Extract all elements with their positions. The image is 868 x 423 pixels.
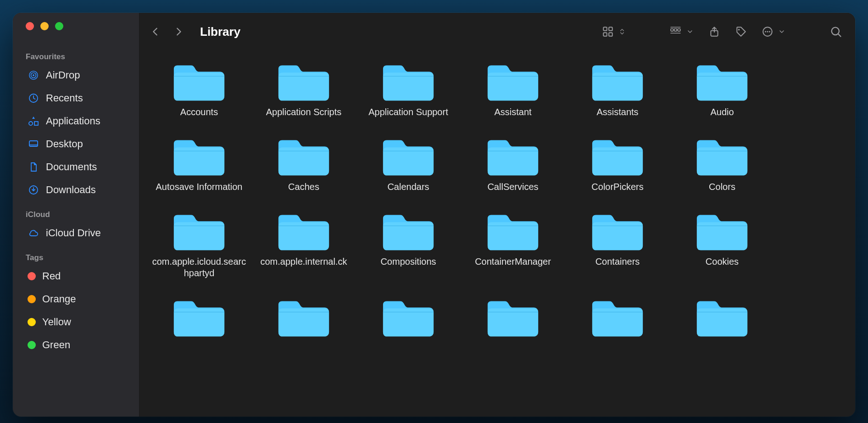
- folder-item[interactable]: Audio: [672, 55, 773, 118]
- folder-item[interactable]: Cookies: [672, 205, 773, 279]
- sidebar-item-recents[interactable]: Recents: [17, 87, 135, 109]
- folder-label: Cookies: [706, 256, 739, 267]
- folder-label: Colors: [709, 181, 735, 193]
- folder-item[interactable]: [462, 291, 563, 342]
- folder-label: Containers: [595, 256, 640, 267]
- actions-menu-button[interactable]: [760, 24, 787, 39]
- sidebar-item-label: AirDrop: [46, 69, 80, 81]
- folder-label: com.apple.internal.ck: [261, 256, 347, 267]
- sidebar-item-icloud-drive[interactable]: iCloud Drive: [17, 222, 135, 244]
- folder-item[interactable]: Colors: [672, 130, 773, 193]
- tag-dot-icon: [28, 272, 36, 280]
- download-icon: [28, 184, 39, 196]
- share-button[interactable]: [707, 24, 722, 39]
- folder-label: CallServices: [487, 181, 538, 193]
- folder-item[interactable]: [253, 291, 354, 342]
- folder-icon: [590, 133, 645, 178]
- main-area: Library AccountsApplicat: [139, 13, 855, 417]
- folder-item[interactable]: Application Scripts: [253, 55, 354, 118]
- folder-label: ContainerManager: [475, 256, 551, 267]
- minimize-button[interactable]: [40, 22, 49, 30]
- forward-button[interactable]: [173, 25, 184, 39]
- sidebar-item-label: Documents: [46, 161, 97, 173]
- sidebar-item-label: Red: [42, 270, 61, 282]
- search-button[interactable]: [828, 23, 844, 40]
- maximize-button[interactable]: [55, 22, 63, 30]
- back-button[interactable]: [150, 25, 161, 39]
- sidebar-item-label: Desktop: [46, 138, 83, 150]
- sidebar-tag-red[interactable]: Red: [17, 265, 135, 287]
- sidebar-item-downloads[interactable]: Downloads: [17, 179, 135, 201]
- folder-item[interactable]: [358, 291, 459, 342]
- folder-icon: [380, 207, 436, 253]
- folder-label: com.apple.icloud.searchpartyd: [151, 256, 247, 279]
- folder-icon: [171, 294, 227, 340]
- folder-label: Autosave Information: [156, 181, 243, 193]
- folder-item[interactable]: CallServices: [462, 130, 563, 193]
- folder-label: Calendars: [387, 181, 429, 193]
- sidebar-item-label: Green: [42, 339, 70, 351]
- folder-item[interactable]: com.apple.internal.ck: [253, 205, 354, 279]
- folder-icon: [171, 207, 227, 253]
- sidebar-item-label: Recents: [46, 92, 83, 104]
- folder-item[interactable]: Containers: [567, 205, 668, 279]
- grid-view-icon: [600, 24, 616, 39]
- folder-item[interactable]: Assistant: [462, 55, 563, 118]
- sidebar-item-label: iCloud Drive: [46, 227, 101, 239]
- folder-grid: AccountsApplication ScriptsApplication S…: [149, 55, 846, 342]
- finder-window: Favourites AirDrop Recents Applications …: [13, 13, 855, 417]
- sidebar-item-label: Downloads: [46, 184, 96, 196]
- tag-dot-icon: [28, 341, 36, 349]
- tag-dot-icon: [28, 295, 36, 303]
- folder-label: Accounts: [180, 106, 218, 118]
- sidebar-item-airdrop[interactable]: AirDrop: [17, 64, 135, 86]
- folder-label: Application Support: [368, 106, 448, 118]
- folder-item[interactable]: Autosave Information: [149, 130, 250, 193]
- sidebar-tag-yellow[interactable]: Yellow: [17, 311, 135, 333]
- traffic-lights: [13, 22, 139, 44]
- updown-icon: [617, 25, 628, 38]
- sidebar-item-applications[interactable]: Applications: [17, 110, 135, 132]
- folder-icon: [380, 58, 436, 104]
- chevron-down-icon: [684, 26, 696, 37]
- content-area: AccountsApplication ScriptsApplication S…: [139, 50, 855, 417]
- folder-label: Caches: [288, 181, 319, 193]
- sidebar-tag-orange[interactable]: Orange: [17, 288, 135, 310]
- sidebar-section-favourites: Favourites: [13, 44, 139, 63]
- folder-icon: [694, 207, 750, 253]
- folder-icon: [485, 207, 541, 253]
- tag-dot-icon: [28, 318, 36, 326]
- tags-button[interactable]: [733, 24, 749, 39]
- folder-icon: [485, 294, 541, 340]
- folder-item[interactable]: com.apple.icloud.searchpartyd: [149, 205, 250, 279]
- view-mode-control[interactable]: [600, 24, 628, 39]
- folder-item[interactable]: Accounts: [149, 55, 250, 118]
- folder-item[interactable]: ContainerManager: [462, 205, 563, 279]
- close-button[interactable]: [26, 22, 34, 30]
- folder-icon: [694, 294, 750, 340]
- group-icon: [668, 24, 684, 39]
- folder-label: Compositions: [380, 256, 436, 267]
- folder-item[interactable]: [567, 291, 668, 342]
- folder-item[interactable]: ColorPickers: [567, 130, 668, 193]
- folder-icon: [276, 58, 332, 104]
- desktop-icon: [28, 138, 39, 150]
- sidebar-item-desktop[interactable]: Desktop: [17, 133, 135, 155]
- folder-item[interactable]: Caches: [253, 130, 354, 193]
- sidebar-item-documents[interactable]: Documents: [17, 156, 135, 178]
- folder-item[interactable]: Calendars: [358, 130, 459, 193]
- folder-item[interactable]: [672, 291, 773, 342]
- folder-label: Assistant: [494, 106, 531, 118]
- folder-item[interactable]: Compositions: [358, 205, 459, 279]
- folder-icon: [485, 58, 541, 104]
- sidebar-section-tags: Tags: [13, 245, 139, 264]
- clock-icon: [28, 92, 39, 104]
- folder-item[interactable]: [149, 291, 250, 342]
- folder-label: ColorPickers: [591, 181, 643, 193]
- nav-arrows: [150, 25, 184, 39]
- group-by-control[interactable]: [668, 24, 696, 39]
- folder-item[interactable]: Assistants: [567, 55, 668, 118]
- chevron-down-icon: [776, 26, 787, 37]
- folder-item[interactable]: Application Support: [358, 55, 459, 118]
- sidebar-tag-green[interactable]: Green: [17, 334, 135, 356]
